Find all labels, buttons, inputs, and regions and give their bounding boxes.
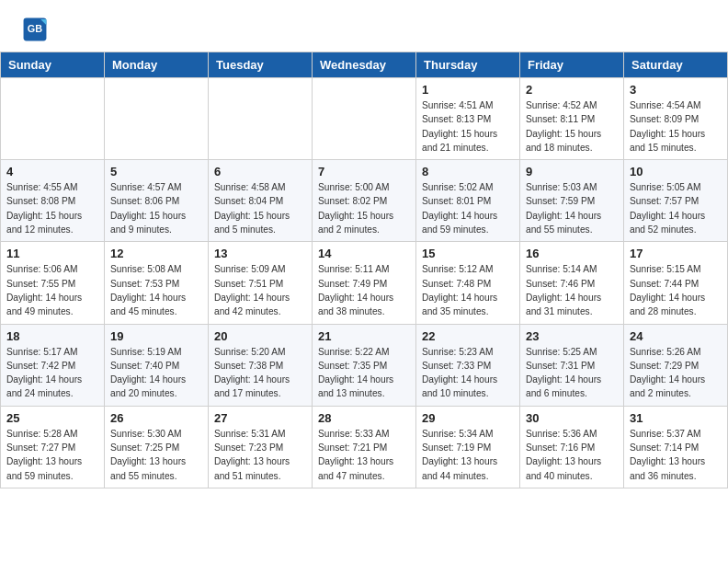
day-number: 25 — [6, 411, 98, 425]
calendar-cell: 3Sunrise: 4:54 AMSunset: 8:09 PMDaylight… — [624, 78, 728, 160]
logo-icon: GB — [22, 17, 48, 42]
day-info: Sunrise: 5:20 AMSunset: 7:38 PMDaylight:… — [214, 345, 306, 401]
day-number: 4 — [6, 165, 98, 178]
calendar-cell: 14Sunrise: 5:11 AMSunset: 7:49 PMDayligh… — [313, 242, 416, 324]
day-number: 15 — [422, 247, 514, 260]
day-info: Sunrise: 5:03 AMSunset: 7:59 PMDaylight:… — [526, 180, 618, 236]
day-info: Sunrise: 5:28 AMSunset: 7:27 PMDaylight:… — [6, 427, 98, 483]
day-info: Sunrise: 5:08 AMSunset: 7:53 PMDaylight:… — [110, 262, 202, 318]
calendar-week-row: 25Sunrise: 5:28 AMSunset: 7:27 PMDayligh… — [1, 406, 728, 488]
day-info: Sunrise: 5:12 AMSunset: 7:48 PMDaylight:… — [422, 262, 514, 318]
calendar-cell: 10Sunrise: 5:05 AMSunset: 7:57 PMDayligh… — [624, 160, 728, 242]
day-number: 27 — [214, 411, 306, 425]
calendar-week-row: 18Sunrise: 5:17 AMSunset: 7:42 PMDayligh… — [1, 324, 728, 406]
day-number: 17 — [630, 247, 722, 260]
day-info: Sunrise: 5:05 AMSunset: 7:57 PMDaylight:… — [630, 180, 722, 236]
day-number: 9 — [526, 165, 618, 178]
day-number: 6 — [214, 165, 306, 178]
calendar-cell: 21Sunrise: 5:22 AMSunset: 7:35 PMDayligh… — [313, 324, 416, 406]
day-number: 16 — [526, 247, 618, 260]
day-info: Sunrise: 4:52 AMSunset: 8:11 PMDaylight:… — [526, 98, 618, 155]
calendar-header-row: SundayMondayTuesdayWednesdayThursdayFrid… — [1, 52, 728, 78]
day-header-monday: Monday — [105, 52, 209, 78]
calendar-week-row: 1Sunrise: 4:51 AMSunset: 8:13 PMDaylight… — [1, 78, 728, 160]
calendar-cell: 18Sunrise: 5:17 AMSunset: 7:42 PMDayligh… — [1, 324, 105, 406]
calendar-cell: 23Sunrise: 5:25 AMSunset: 7:31 PMDayligh… — [520, 324, 624, 406]
day-info: Sunrise: 4:57 AMSunset: 8:06 PMDaylight:… — [110, 180, 202, 236]
calendar-cell: 13Sunrise: 5:09 AMSunset: 7:51 PMDayligh… — [209, 242, 313, 324]
day-info: Sunrise: 5:33 AMSunset: 7:21 PMDaylight:… — [318, 427, 410, 483]
day-number: 10 — [630, 165, 722, 178]
calendar-table: SundayMondayTuesdayWednesdayThursdayFrid… — [0, 52, 728, 488]
day-number: 30 — [526, 411, 618, 425]
day-number: 29 — [422, 411, 514, 425]
day-info: Sunrise: 5:02 AMSunset: 8:01 PMDaylight:… — [422, 180, 514, 236]
calendar-cell: 2Sunrise: 4:52 AMSunset: 8:11 PMDaylight… — [520, 78, 624, 160]
svg-text:GB: GB — [28, 23, 42, 34]
day-info: Sunrise: 5:11 AMSunset: 7:49 PMDaylight:… — [318, 262, 410, 318]
calendar-cell: 17Sunrise: 5:15 AMSunset: 7:44 PMDayligh… — [624, 242, 728, 324]
day-info: Sunrise: 5:09 AMSunset: 7:51 PMDaylight:… — [214, 262, 306, 318]
day-info: Sunrise: 4:58 AMSunset: 8:04 PMDaylight:… — [214, 180, 306, 236]
day-number: 1 — [422, 83, 514, 97]
calendar-cell: 4Sunrise: 4:55 AMSunset: 8:08 PMDaylight… — [1, 160, 105, 242]
calendar-cell: 9Sunrise: 5:03 AMSunset: 7:59 PMDaylight… — [520, 160, 624, 242]
calendar-week-row: 11Sunrise: 5:06 AMSunset: 7:55 PMDayligh… — [1, 242, 728, 324]
day-info: Sunrise: 4:51 AMSunset: 8:13 PMDaylight:… — [422, 98, 514, 155]
day-info: Sunrise: 5:19 AMSunset: 7:40 PMDaylight:… — [110, 345, 202, 401]
day-info: Sunrise: 5:36 AMSunset: 7:16 PMDaylight:… — [526, 427, 618, 483]
calendar-cell: 6Sunrise: 4:58 AMSunset: 8:04 PMDaylight… — [209, 160, 313, 242]
day-number: 24 — [630, 329, 722, 343]
calendar-cell: 11Sunrise: 5:06 AMSunset: 7:55 PMDayligh… — [1, 242, 105, 324]
calendar-cell: 27Sunrise: 5:31 AMSunset: 7:23 PMDayligh… — [209, 406, 313, 488]
page-header: GB — [0, 0, 728, 52]
calendar-cell: 7Sunrise: 5:00 AMSunset: 8:02 PMDaylight… — [313, 160, 416, 242]
day-header-saturday: Saturday — [624, 52, 728, 78]
day-number: 7 — [318, 165, 410, 178]
day-number: 28 — [318, 411, 410, 425]
day-number: 22 — [422, 329, 514, 343]
day-info: Sunrise: 4:54 AMSunset: 8:09 PMDaylight:… — [630, 98, 722, 155]
day-number: 2 — [526, 83, 618, 97]
day-info: Sunrise: 4:55 AMSunset: 8:08 PMDaylight:… — [6, 180, 98, 236]
day-header-friday: Friday — [520, 52, 624, 78]
day-header-sunday: Sunday — [1, 52, 105, 78]
calendar-cell: 8Sunrise: 5:02 AMSunset: 8:01 PMDaylight… — [416, 160, 520, 242]
day-number: 26 — [110, 411, 202, 425]
day-info: Sunrise: 5:34 AMSunset: 7:19 PMDaylight:… — [422, 427, 514, 483]
calendar-cell: 16Sunrise: 5:14 AMSunset: 7:46 PMDayligh… — [520, 242, 624, 324]
day-info: Sunrise: 5:30 AMSunset: 7:25 PMDaylight:… — [110, 427, 202, 483]
calendar-cell: 1Sunrise: 4:51 AMSunset: 8:13 PMDaylight… — [416, 78, 520, 160]
calendar-cell: 29Sunrise: 5:34 AMSunset: 7:19 PMDayligh… — [416, 406, 520, 488]
day-number: 31 — [630, 411, 722, 425]
calendar-week-row: 4Sunrise: 4:55 AMSunset: 8:08 PMDaylight… — [1, 160, 728, 242]
calendar-cell — [209, 78, 313, 160]
calendar-cell: 5Sunrise: 4:57 AMSunset: 8:06 PMDaylight… — [105, 160, 209, 242]
day-info: Sunrise: 5:23 AMSunset: 7:33 PMDaylight:… — [422, 345, 514, 401]
day-number: 13 — [214, 247, 306, 260]
day-info: Sunrise: 5:14 AMSunset: 7:46 PMDaylight:… — [526, 262, 618, 318]
day-info: Sunrise: 5:06 AMSunset: 7:55 PMDaylight:… — [6, 262, 98, 318]
day-info: Sunrise: 5:00 AMSunset: 8:02 PMDaylight:… — [318, 180, 410, 236]
day-info: Sunrise: 5:31 AMSunset: 7:23 PMDaylight:… — [214, 427, 306, 483]
calendar-cell: 20Sunrise: 5:20 AMSunset: 7:38 PMDayligh… — [209, 324, 313, 406]
calendar-cell — [313, 78, 416, 160]
day-info: Sunrise: 5:22 AMSunset: 7:35 PMDaylight:… — [318, 345, 410, 401]
day-number: 8 — [422, 165, 514, 178]
day-number: 19 — [110, 329, 202, 343]
calendar-cell: 15Sunrise: 5:12 AMSunset: 7:48 PMDayligh… — [416, 242, 520, 324]
day-info: Sunrise: 5:17 AMSunset: 7:42 PMDaylight:… — [6, 345, 98, 401]
day-info: Sunrise: 5:15 AMSunset: 7:44 PMDaylight:… — [630, 262, 722, 318]
day-header-wednesday: Wednesday — [313, 52, 416, 78]
calendar-cell — [1, 78, 105, 160]
day-number: 18 — [6, 329, 98, 343]
day-header-tuesday: Tuesday — [209, 52, 313, 78]
calendar-cell: 28Sunrise: 5:33 AMSunset: 7:21 PMDayligh… — [313, 406, 416, 488]
day-info: Sunrise: 5:25 AMSunset: 7:31 PMDaylight:… — [526, 345, 618, 401]
day-number: 23 — [526, 329, 618, 343]
calendar-cell: 22Sunrise: 5:23 AMSunset: 7:33 PMDayligh… — [416, 324, 520, 406]
logo: GB — [22, 17, 51, 42]
calendar-cell: 25Sunrise: 5:28 AMSunset: 7:27 PMDayligh… — [1, 406, 105, 488]
day-number: 20 — [214, 329, 306, 343]
day-number: 21 — [318, 329, 410, 343]
